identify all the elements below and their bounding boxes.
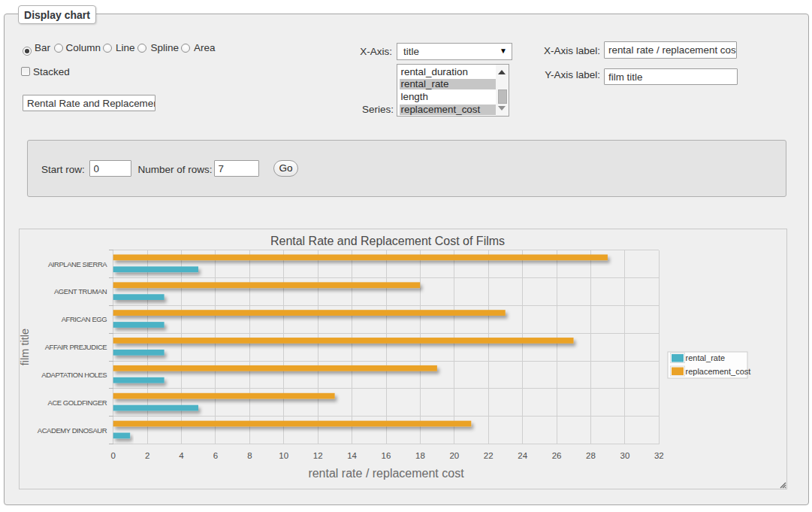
svg-text:26: 26 (552, 451, 562, 460)
svg-text:Rental Rate and Replacement Co: Rental Rate and Replacement Cost of Film… (270, 235, 505, 247)
svg-text:16: 16 (382, 451, 391, 460)
svg-text:30: 30 (620, 451, 629, 460)
svg-text:12: 12 (313, 451, 323, 460)
svg-text:18: 18 (415, 451, 425, 460)
svg-text:AFRICAN EGG: AFRICAN EGG (62, 315, 107, 323)
svg-text:28: 28 (586, 451, 596, 460)
svg-text:20: 20 (449, 451, 459, 460)
svg-text:14: 14 (347, 451, 357, 460)
svg-text:6: 6 (213, 451, 218, 460)
svg-text:AFFAIR PREJUDICE: AFFAIR PREJUDICE (45, 343, 107, 351)
svg-text:rental_rate: rental_rate (686, 353, 726, 362)
svg-text:rental rate / replacement cost: rental rate / replacement cost (308, 467, 464, 480)
svg-text:10: 10 (279, 451, 288, 460)
svg-text:0: 0 (110, 451, 115, 460)
svg-text:ACE GOLDFINGER: ACE GOLDFINGER (48, 398, 107, 407)
svg-text:8: 8 (247, 451, 252, 460)
svg-text:4: 4 (179, 451, 184, 460)
svg-text:32: 32 (654, 451, 664, 460)
svg-text:AGENT TRUMAN: AGENT TRUMAN (54, 287, 107, 295)
svg-text:film title: film title (20, 329, 31, 365)
svg-text:24: 24 (518, 451, 527, 460)
svg-text:ACADEMY DINOSAUR: ACADEMY DINOSAUR (38, 426, 107, 435)
svg-text:2: 2 (145, 451, 149, 460)
svg-text:22: 22 (484, 451, 494, 460)
svg-text:AIRPLANE SIERRA: AIRPLANE SIERRA (48, 260, 107, 268)
svg-text:ADAPTATION HOLES: ADAPTATION HOLES (41, 371, 107, 379)
svg-text:replacement_cost: replacement_cost (686, 367, 751, 376)
